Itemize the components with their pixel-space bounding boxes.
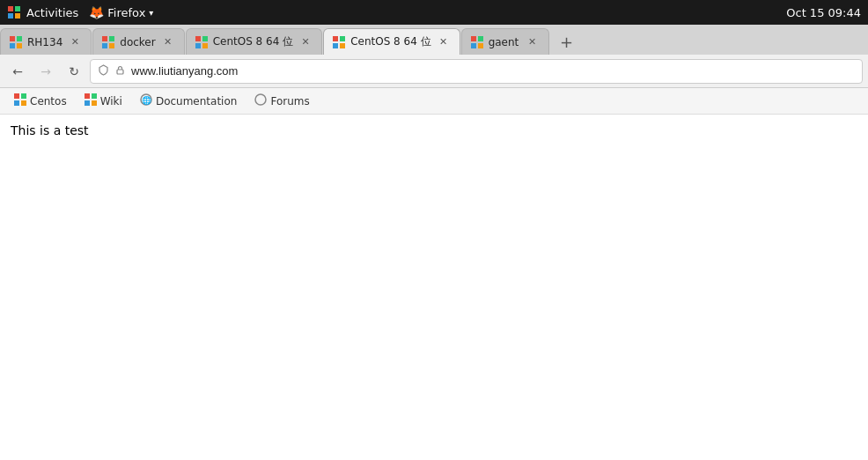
bookmarks-bar: Centos Wiki 🌐 Documentation Forums: [0, 88, 868, 115]
tab-gaent-label: gaent: [489, 36, 520, 48]
svg-rect-12: [195, 36, 201, 41]
lock-icon: [114, 64, 126, 78]
wiki-bookmark-icon: [85, 93, 97, 108]
svg-text:🌐: 🌐: [141, 95, 151, 106]
tab-docker-close[interactable]: ✕: [161, 35, 175, 49]
forward-button[interactable]: →: [33, 59, 58, 84]
svg-rect-24: [117, 70, 123, 74]
svg-rect-9: [109, 36, 114, 41]
svg-rect-8: [102, 36, 107, 41]
nav-bar: ← → ↻: [0, 55, 868, 88]
bookmark-forums[interactable]: Forums: [247, 92, 316, 110]
svg-rect-32: [92, 100, 97, 106]
bookmark-documentation-label: Documentation: [156, 95, 238, 108]
firefox-label: Firefox: [107, 6, 145, 19]
svg-rect-0: [8, 6, 13, 11]
tab-centos2-icon: [333, 36, 345, 48]
tab-docker-icon: [102, 36, 114, 48]
svg-rect-6: [10, 43, 15, 48]
system-bar: Activities 🦊 Firefox ▾ Oct 15 09:44: [0, 0, 868, 25]
svg-rect-15: [202, 43, 208, 48]
svg-rect-27: [14, 100, 19, 106]
bookmark-centos-label: Centos: [30, 95, 67, 108]
clock: Oct 15 09:44: [786, 6, 861, 19]
tab-gaent[interactable]: gaent ✕: [461, 28, 549, 55]
tab-rh134-close[interactable]: ✕: [68, 35, 82, 49]
firefox-menu-button[interactable]: 🦊 Firefox ▾: [89, 5, 153, 19]
svg-rect-7: [17, 43, 22, 48]
bookmark-centos[interactable]: Centos: [7, 92, 74, 110]
activities-icon: [7, 5, 21, 19]
page-content: This is a test: [0, 115, 868, 414]
svg-rect-21: [478, 36, 483, 41]
bookmark-wiki-label: Wiki: [100, 95, 122, 108]
system-bar-left: Activities 🦊 Firefox ▾: [7, 5, 153, 19]
svg-rect-14: [195, 43, 201, 48]
tab-rh134-icon: [10, 36, 22, 48]
firefox-icon: 🦊: [89, 5, 104, 19]
svg-rect-10: [102, 43, 107, 48]
tab-gaent-close[interactable]: ✕: [526, 35, 540, 49]
tab-centos1-close[interactable]: ✕: [298, 35, 313, 49]
activities-button[interactable]: Activities: [7, 5, 78, 19]
svg-rect-18: [333, 43, 338, 48]
svg-rect-4: [10, 36, 15, 41]
svg-rect-30: [92, 93, 97, 99]
activities-label: Activities: [26, 6, 78, 19]
tab-centos2[interactable]: CentOS 8 64 位 ✕: [323, 28, 460, 55]
svg-rect-31: [85, 100, 90, 106]
address-bar[interactable]: [90, 59, 863, 84]
centos-bookmark-icon: [14, 93, 26, 108]
tab-rh134-label: RH134: [27, 36, 63, 48]
svg-rect-26: [21, 93, 26, 99]
svg-rect-3: [15, 13, 20, 19]
tab-docker[interactable]: docker ✕: [92, 28, 184, 55]
tab-centos2-close[interactable]: ✕: [437, 35, 451, 49]
svg-rect-17: [340, 36, 345, 41]
svg-rect-20: [471, 36, 476, 41]
page-text: This is a test: [11, 123, 857, 137]
tab-centos1[interactable]: CentOS 8 64 位 ✕: [186, 28, 322, 55]
url-input[interactable]: [131, 64, 855, 78]
bookmark-forums-label: Forums: [270, 95, 309, 108]
tab-centos2-label: CentOS 8 64 位: [350, 34, 430, 49]
svg-rect-13: [202, 36, 208, 41]
tab-gaent-icon: [471, 36, 483, 48]
svg-rect-19: [340, 43, 345, 48]
bookmark-wiki[interactable]: Wiki: [77, 92, 129, 110]
svg-rect-5: [17, 36, 22, 41]
documentation-bookmark-icon: 🌐: [140, 93, 152, 108]
forums-bookmark-icon: [254, 93, 267, 108]
svg-rect-2: [8, 13, 13, 19]
firefox-dropdown-icon: ▾: [149, 8, 153, 18]
svg-rect-23: [478, 43, 483, 48]
security-icon: [98, 64, 109, 78]
tab-centos1-icon: [195, 36, 208, 48]
reload-button[interactable]: ↻: [62, 59, 86, 84]
new-tab-button[interactable]: +: [554, 28, 580, 55]
tab-docker-label: docker: [120, 36, 155, 48]
tabs-bar: RH134 ✕ docker ✕ CentOS 8 64 位 ✕: [0, 25, 868, 55]
tab-centos1-label: CentOS 8 64 位: [213, 34, 293, 49]
svg-rect-25: [14, 93, 19, 99]
svg-rect-1: [15, 6, 20, 11]
svg-point-35: [255, 94, 266, 105]
tab-rh134[interactable]: RH134 ✕: [0, 28, 92, 55]
svg-rect-11: [109, 43, 114, 48]
svg-rect-29: [85, 93, 90, 99]
svg-rect-16: [333, 36, 338, 41]
back-button[interactable]: ←: [5, 59, 30, 84]
svg-rect-28: [21, 100, 26, 106]
svg-rect-22: [471, 43, 476, 48]
bookmark-documentation[interactable]: 🌐 Documentation: [133, 92, 245, 110]
